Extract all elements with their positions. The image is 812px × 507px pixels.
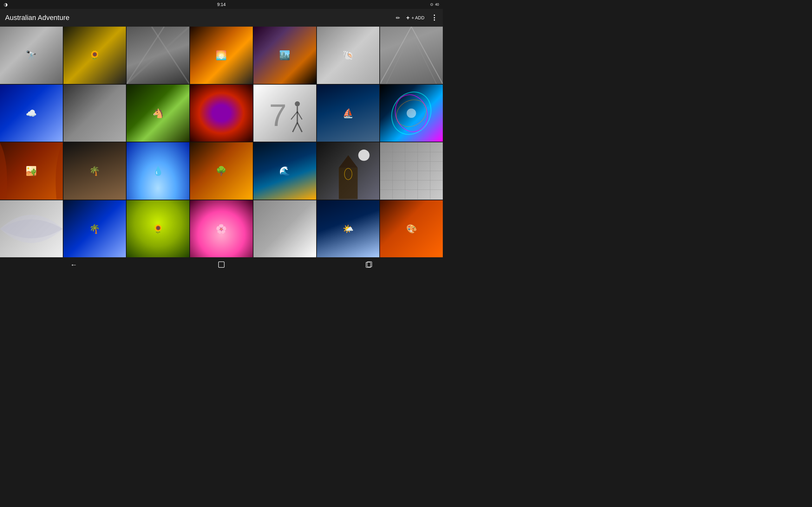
status-bar: ◑ 9:14 ⊙ 40 [0,0,443,9]
photo-cell-11[interactable] [190,84,253,142]
svg-marker-20 [339,155,357,168]
more-icon: ⋮ [431,14,438,22]
photo-cell-8[interactable] [0,84,63,142]
photo-cell-22[interactable] [0,200,63,258]
svg-point-8 [295,101,300,106]
svg-point-18 [358,150,369,161]
photo-cell-21[interactable] [380,142,443,200]
photo-cell-27[interactable] [317,200,380,258]
battery-icon: 40 [435,3,439,6]
photo-cell-23[interactable] [63,200,126,258]
photo-cell-6[interactable] [317,26,380,84]
recents-button[interactable] [359,259,378,271]
photo-cell-17[interactable] [126,142,189,200]
photo-cell-2[interactable] [63,26,126,84]
svg-line-11 [297,112,302,119]
svg-line-6 [411,33,437,83]
status-icons: ⊙ 40 [430,2,439,7]
photo-cell-15[interactable] [0,142,63,200]
svg-line-13 [297,122,302,132]
svg-line-4 [411,26,443,84]
photo-cell-26[interactable] [253,200,316,258]
photo-cell-3[interactable] [126,26,189,84]
status-time: 9:14 [217,2,225,7]
edit-button[interactable]: ✏ [396,15,400,21]
svg-point-17 [407,108,416,118]
photo-cell-13[interactable] [317,84,380,142]
svg-text:7: 7 [269,97,287,132]
photo-cell-24[interactable] [126,200,189,258]
home-icon [217,261,225,269]
svg-line-10 [291,112,297,119]
nav-bar: ← [0,257,443,273]
home-button[interactable] [212,259,231,271]
android-logo: ◑ [4,2,8,7]
photo-cell-18[interactable] [190,142,253,200]
wifi-icon: ⊙ [430,2,433,7]
photo-cell-16[interactable] [63,142,126,200]
photo-cell-14[interactable] [380,84,443,142]
photo-grid: 7 [0,26,443,257]
recents-icon [365,261,372,269]
back-icon: ← [70,261,78,269]
photo-cell-9[interactable] [63,84,126,142]
app-title: Australian Adventure [5,14,69,22]
back-button[interactable]: ← [64,259,84,271]
photo-cell-20[interactable] [317,142,380,200]
svg-line-12 [293,122,297,132]
photo-cell-25[interactable] [190,200,253,258]
toolbar-actions: ✏ + + ADD ⋮ [396,14,438,22]
top-bar: Australian Adventure ✏ + + ADD ⋮ [0,9,443,26]
add-button[interactable]: + + ADD [406,14,424,21]
more-button[interactable]: ⋮ [431,14,438,22]
photo-cell-7[interactable] [380,26,443,84]
photo-cell-28[interactable] [380,200,443,258]
photo-cell-5[interactable] [253,26,316,84]
svg-rect-31 [218,262,224,268]
plus-icon: + [406,14,410,21]
add-label: + ADD [411,15,424,20]
photo-cell-10[interactable] [126,84,189,142]
svg-line-5 [386,33,411,83]
photo-cell-1[interactable] [0,26,63,84]
photo-cell-19[interactable] [253,142,316,200]
svg-rect-19 [339,168,357,199]
photo-cell-12[interactable]: 7 [253,84,316,142]
svg-line-3 [380,26,411,84]
pencil-icon: ✏ [396,15,400,21]
photo-cell-4[interactable] [190,26,253,84]
